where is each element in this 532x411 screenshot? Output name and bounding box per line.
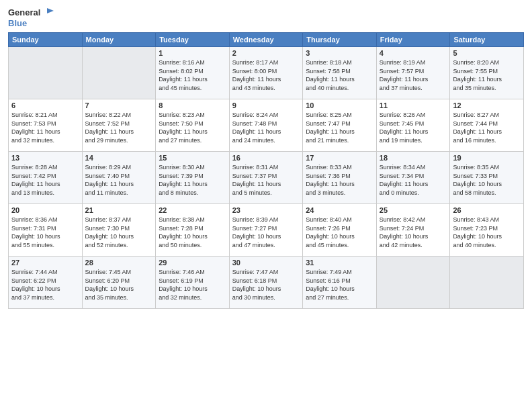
day-number: 14	[85, 154, 153, 162]
day-header-sunday: Sunday	[9, 33, 83, 47]
calendar-cell: 15Sunrise: 8:30 AM Sunset: 7:39 PM Dayli…	[156, 152, 230, 204]
calendar-cell: 16Sunrise: 8:31 AM Sunset: 7:37 PM Dayli…	[229, 152, 303, 204]
svg-marker-0	[47, 8, 54, 13]
calendar-cell: 17Sunrise: 8:33 AM Sunset: 7:36 PM Dayli…	[303, 152, 377, 204]
day-content: Sunrise: 8:18 AM Sunset: 7:58 PM Dayligh…	[306, 58, 373, 92]
header-row: SundayMondayTuesdayWednesdayThursdayFrid…	[9, 33, 524, 47]
week-row-1: 1Sunrise: 8:16 AM Sunset: 8:02 PM Daylig…	[9, 47, 524, 99]
week-row-5: 27Sunrise: 7:44 AM Sunset: 6:22 PM Dayli…	[9, 257, 524, 309]
day-content: Sunrise: 8:33 AM Sunset: 7:36 PM Dayligh…	[306, 163, 373, 197]
day-content: Sunrise: 8:28 AM Sunset: 7:42 PM Dayligh…	[11, 163, 79, 197]
calendar-cell: 21Sunrise: 8:37 AM Sunset: 7:30 PM Dayli…	[82, 204, 156, 257]
calendar-cell: 22Sunrise: 8:38 AM Sunset: 7:28 PM Dayli…	[156, 204, 230, 257]
day-number: 23	[232, 206, 300, 214]
day-number: 8	[159, 101, 226, 109]
day-content: Sunrise: 8:17 AM Sunset: 8:00 PM Dayligh…	[232, 58, 300, 92]
day-number: 12	[453, 101, 521, 109]
day-number: 19	[453, 154, 521, 162]
week-row-4: 20Sunrise: 8:36 AM Sunset: 7:31 PM Dayli…	[9, 204, 524, 257]
calendar-cell: 9Sunrise: 8:24 AM Sunset: 7:48 PM Daylig…	[229, 99, 303, 152]
day-content: Sunrise: 8:38 AM Sunset: 7:28 PM Dayligh…	[159, 216, 226, 249]
day-number: 9	[232, 101, 300, 109]
day-content: Sunrise: 8:36 AM Sunset: 7:31 PM Dayligh…	[11, 216, 79, 249]
calendar-cell: 28Sunrise: 7:45 AM Sunset: 6:20 PM Dayli…	[82, 257, 156, 309]
day-number: 16	[232, 154, 300, 162]
calendar-cell	[376, 257, 450, 309]
day-content: Sunrise: 8:31 AM Sunset: 7:37 PM Dayligh…	[232, 163, 300, 197]
day-number: 5	[453, 49, 521, 57]
day-content: Sunrise: 8:23 AM Sunset: 7:50 PM Dayligh…	[159, 111, 226, 144]
day-content: Sunrise: 8:42 AM Sunset: 7:24 PM Dayligh…	[380, 216, 447, 249]
day-number: 17	[306, 154, 373, 162]
calendar-cell: 13Sunrise: 8:28 AM Sunset: 7:42 PM Dayli…	[9, 152, 83, 204]
day-content: Sunrise: 7:47 AM Sunset: 6:18 PM Dayligh…	[232, 268, 300, 302]
calendar-cell: 8Sunrise: 8:23 AM Sunset: 7:50 PM Daylig…	[156, 99, 230, 152]
calendar-cell: 29Sunrise: 7:46 AM Sunset: 6:19 PM Dayli…	[156, 257, 230, 309]
calendar-cell: 20Sunrise: 8:36 AM Sunset: 7:31 PM Dayli…	[9, 204, 83, 257]
calendar-cell: 19Sunrise: 8:35 AM Sunset: 7:33 PM Dayli…	[450, 152, 524, 204]
calendar-cell: 31Sunrise: 7:49 AM Sunset: 6:16 PM Dayli…	[303, 257, 377, 309]
day-content: Sunrise: 8:34 AM Sunset: 7:34 PM Dayligh…	[380, 163, 447, 197]
day-number: 15	[159, 154, 226, 162]
logo-blue: Blue	[8, 19, 27, 28]
day-number: 29	[159, 259, 226, 267]
day-content: Sunrise: 8:27 AM Sunset: 7:44 PM Dayligh…	[453, 111, 521, 144]
day-content: Sunrise: 8:40 AM Sunset: 7:26 PM Dayligh…	[306, 216, 373, 249]
day-content: Sunrise: 8:30 AM Sunset: 7:39 PM Dayligh…	[159, 163, 226, 197]
calendar-cell	[82, 47, 156, 99]
day-content: Sunrise: 8:21 AM Sunset: 7:53 PM Dayligh…	[11, 111, 79, 144]
calendar-cell: 1Sunrise: 8:16 AM Sunset: 8:02 PM Daylig…	[156, 47, 230, 99]
day-number: 7	[85, 101, 153, 109]
day-header-wednesday: Wednesday	[229, 33, 303, 47]
calendar-cell: 26Sunrise: 8:43 AM Sunset: 7:23 PM Dayli…	[450, 204, 524, 257]
day-number: 24	[306, 206, 373, 214]
day-content: Sunrise: 8:35 AM Sunset: 7:33 PM Dayligh…	[453, 163, 521, 197]
calendar-cell: 30Sunrise: 7:47 AM Sunset: 6:18 PM Dayli…	[229, 257, 303, 309]
day-content: Sunrise: 8:26 AM Sunset: 7:45 PM Dayligh…	[380, 111, 447, 144]
day-number: 22	[159, 206, 226, 214]
day-number: 4	[380, 49, 447, 57]
day-content: Sunrise: 8:37 AM Sunset: 7:30 PM Dayligh…	[85, 216, 153, 249]
calendar-cell: 18Sunrise: 8:34 AM Sunset: 7:34 PM Dayli…	[376, 152, 450, 204]
day-content: Sunrise: 8:24 AM Sunset: 7:48 PM Dayligh…	[232, 111, 300, 144]
calendar-cell: 3Sunrise: 8:18 AM Sunset: 7:58 PM Daylig…	[303, 47, 377, 99]
calendar-cell: 11Sunrise: 8:26 AM Sunset: 7:45 PM Dayli…	[376, 99, 450, 152]
calendar-cell	[450, 257, 524, 309]
day-number: 26	[453, 206, 521, 214]
day-header-thursday: Thursday	[303, 33, 377, 47]
calendar-cell: 25Sunrise: 8:42 AM Sunset: 7:24 PM Dayli…	[376, 204, 450, 257]
calendar-cell: 4Sunrise: 8:19 AM Sunset: 7:57 PM Daylig…	[376, 47, 450, 99]
header: General Blue	[8, 7, 524, 28]
logo: General Blue	[8, 7, 54, 28]
calendar-cell: 5Sunrise: 8:20 AM Sunset: 7:55 PM Daylig…	[450, 47, 524, 99]
calendar-cell: 10Sunrise: 8:25 AM Sunset: 7:47 PM Dayli…	[303, 99, 377, 152]
day-number: 27	[11, 259, 79, 267]
day-content: Sunrise: 8:43 AM Sunset: 7:23 PM Dayligh…	[453, 216, 521, 249]
day-number: 1	[159, 49, 226, 57]
day-content: Sunrise: 7:45 AM Sunset: 6:20 PM Dayligh…	[85, 268, 153, 302]
calendar-cell: 24Sunrise: 8:40 AM Sunset: 7:26 PM Dayli…	[303, 204, 377, 257]
day-number: 10	[306, 101, 373, 109]
day-content: Sunrise: 7:46 AM Sunset: 6:19 PM Dayligh…	[159, 268, 226, 302]
day-number: 13	[11, 154, 79, 162]
logo-mark: General Blue	[8, 7, 54, 28]
calendar-cell: 14Sunrise: 8:29 AM Sunset: 7:40 PM Dayli…	[82, 152, 156, 204]
day-content: Sunrise: 8:20 AM Sunset: 7:55 PM Dayligh…	[453, 58, 521, 92]
day-content: Sunrise: 7:49 AM Sunset: 6:16 PM Dayligh…	[306, 268, 373, 302]
day-content: Sunrise: 7:44 AM Sunset: 6:22 PM Dayligh…	[11, 268, 79, 302]
calendar-cell: 2Sunrise: 8:17 AM Sunset: 8:00 PM Daylig…	[229, 47, 303, 99]
day-number: 25	[380, 206, 447, 214]
day-content: Sunrise: 8:22 AM Sunset: 7:52 PM Dayligh…	[85, 111, 153, 144]
day-number: 11	[380, 101, 447, 109]
week-row-2: 6Sunrise: 8:21 AM Sunset: 7:53 PM Daylig…	[9, 99, 524, 152]
calendar-cell	[9, 47, 83, 99]
day-number: 18	[380, 154, 447, 162]
day-content: Sunrise: 8:25 AM Sunset: 7:47 PM Dayligh…	[306, 111, 373, 144]
day-header-monday: Monday	[82, 33, 156, 47]
day-number: 28	[85, 259, 153, 267]
day-content: Sunrise: 8:39 AM Sunset: 7:27 PM Dayligh…	[232, 216, 300, 249]
calendar-cell: 12Sunrise: 8:27 AM Sunset: 7:44 PM Dayli…	[450, 99, 524, 152]
logo-flag-icon	[42, 7, 54, 19]
day-content: Sunrise: 8:29 AM Sunset: 7:40 PM Dayligh…	[85, 163, 153, 197]
calendar-cell: 7Sunrise: 8:22 AM Sunset: 7:52 PM Daylig…	[82, 99, 156, 152]
